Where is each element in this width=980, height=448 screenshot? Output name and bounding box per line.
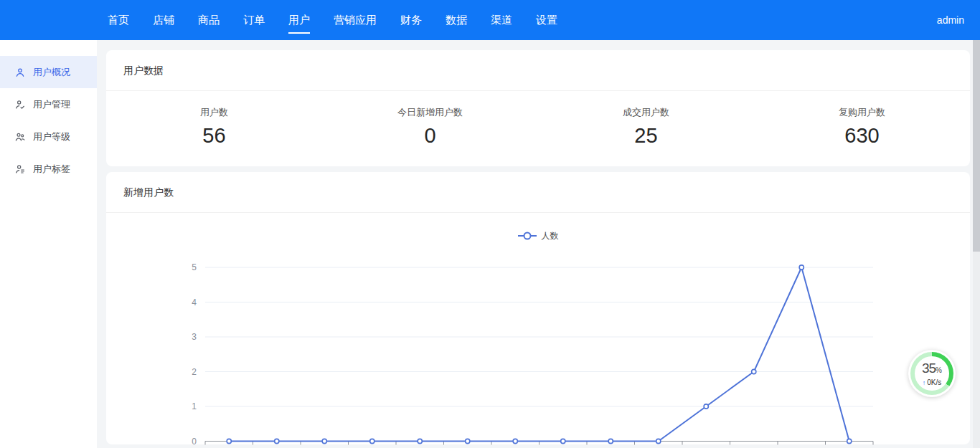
- nav-item-orders[interactable]: 订单: [243, 0, 265, 40]
- sidebar-item-label: 用户管理: [33, 98, 70, 111]
- user-icon: [14, 67, 26, 78]
- stat-repeat-users: 复购用户数 630: [754, 91, 970, 148]
- stat-value: 56: [106, 124, 322, 148]
- speed-ball-progress-ring: 35% ↑0K/s: [910, 352, 953, 395]
- top-nav: 首页 店铺 商品 订单 用户 营销应用 财务 数据 渠道 设置 admin: [0, 0, 980, 40]
- svg-text:3: 3: [192, 332, 197, 342]
- chart-legend[interactable]: 人数: [106, 229, 970, 243]
- nav-item-marketing[interactable]: 营销应用: [334, 0, 377, 40]
- main-content: 用户数据 用户数 56 今日新增用户数 0 成交用户数 25 复购用户数 630…: [97, 40, 980, 448]
- svg-text:2: 2: [192, 367, 197, 377]
- user-tag-icon: [14, 163, 26, 175]
- svg-text:1: 1: [192, 401, 197, 411]
- nav-item-finance[interactable]: 财务: [400, 0, 422, 40]
- stat-value: 0: [322, 124, 538, 148]
- sidebar-item-user-tag[interactable]: 用户标签: [0, 153, 97, 185]
- user-data-card: 用户数据 用户数 56 今日新增用户数 0 成交用户数 25 复购用户数 630: [106, 50, 970, 166]
- speed-ball-speed: ↑0K/s: [923, 378, 942, 386]
- nav-item-users[interactable]: 用户: [288, 0, 310, 40]
- legend-line-marker-icon: [518, 235, 537, 237]
- sidebar-item-label: 用户概况: [33, 66, 70, 79]
- user-manage-icon: [14, 99, 26, 110]
- svg-text:0: 0: [192, 437, 197, 447]
- card-title-new-users: 新增用户数: [106, 172, 970, 213]
- nav-item-shop[interactable]: 店铺: [153, 0, 174, 40]
- sidebar: 用户概况 用户管理 用户等级 用户标签: [0, 40, 97, 448]
- nav-item-goods[interactable]: 商品: [198, 0, 220, 40]
- stat-label: 复购用户数: [754, 106, 970, 119]
- line-chart: 012345: [106, 247, 970, 448]
- sidebar-item-user-level[interactable]: 用户等级: [0, 120, 97, 153]
- nav-item-settings[interactable]: 设置: [536, 0, 557, 40]
- speed-ball-inner: 35% ↑0K/s: [915, 356, 949, 391]
- svg-text:5: 5: [192, 262, 197, 272]
- scrollbar-thumb[interactable]: [973, 40, 980, 252]
- user-level-icon: [14, 131, 26, 143]
- stat-label: 今日新增用户数: [322, 106, 538, 119]
- up-arrow-icon: ↑: [923, 379, 926, 386]
- stat-value: 25: [538, 124, 754, 148]
- sidebar-item-user-manage[interactable]: 用户管理: [0, 88, 97, 120]
- sidebar-item-user-overview[interactable]: 用户概况: [0, 56, 97, 88]
- stat-value: 630: [754, 124, 970, 148]
- nav-menu: 首页 店铺 商品 订单 用户 营销应用 财务 数据 渠道 设置: [0, 0, 557, 40]
- nav-item-data[interactable]: 数据: [446, 0, 467, 40]
- sidebar-item-label: 用户标签: [33, 163, 70, 176]
- stats-row: 用户数 56 今日新增用户数 0 成交用户数 25 复购用户数 630: [106, 91, 970, 148]
- sidebar-item-label: 用户等级: [33, 130, 70, 143]
- new-users-chart-card: 新增用户数 人数 012345: [106, 172, 970, 444]
- speed-ball-percent: 35%: [922, 361, 942, 377]
- stat-paying-users: 成交用户数 25: [538, 91, 754, 148]
- admin-user-menu[interactable]: admin: [937, 14, 964, 26]
- legend-label: 人数: [542, 230, 559, 242]
- stat-label: 成交用户数: [538, 106, 754, 119]
- stat-label: 用户数: [106, 106, 322, 119]
- stat-total-users: 用户数 56: [106, 91, 322, 148]
- page-scrollbar: [973, 40, 980, 448]
- stat-new-users-today: 今日新增用户数 0: [322, 91, 538, 148]
- card-title-user-data: 用户数据: [106, 50, 970, 91]
- speed-ball-widget[interactable]: 35% ↑0K/s: [908, 350, 956, 397]
- nav-item-channel[interactable]: 渠道: [491, 0, 512, 40]
- svg-text:4: 4: [192, 297, 197, 308]
- nav-item-home[interactable]: 首页: [108, 0, 129, 40]
